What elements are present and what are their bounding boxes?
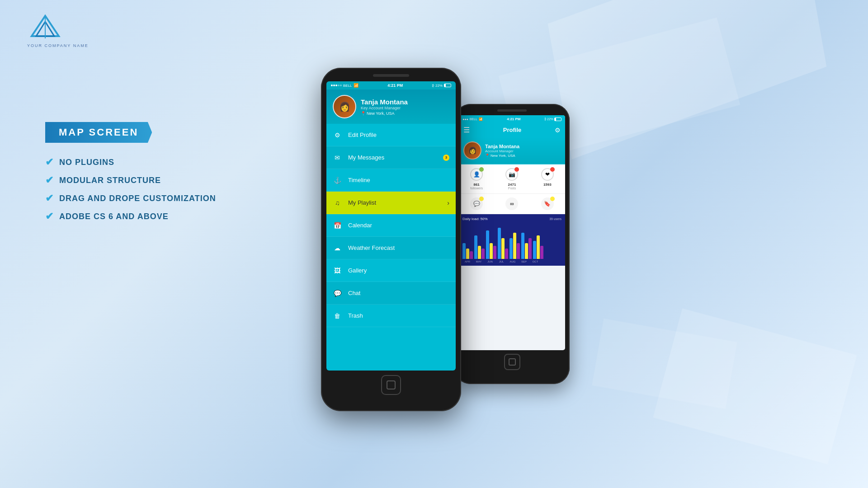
main-screen: BELL 📶 4:21 PM ₿ 22% 👩 Tanja Montana Key…	[326, 81, 456, 371]
menu-item-edit-profile[interactable]: ⚙ Edit Profile	[326, 124, 456, 146]
menu-item-gallery[interactable]: 🖼 Gallery	[326, 259, 456, 282]
secondary-screen: ●●● BELL 📶 4:21 PM ₿ 22% ☰ Profile ⚙ 👩	[459, 115, 565, 350]
bar-blue-0	[462, 243, 466, 259]
check-icon-4: ✔	[45, 211, 54, 222]
sec-statusbar-right: ₿ 22%	[545, 117, 561, 121]
settings-icon[interactable]: ⚙	[555, 127, 561, 134]
carrier-label: BELL	[343, 84, 352, 88]
calendar-icon: 📅	[333, 221, 342, 230]
bar-group-6	[533, 235, 543, 259]
secondary-statusbar: ●●● BELL 📶 4:21 PM ₿ 22%	[459, 115, 565, 123]
actions-row: 💬 ∞ 🔖	[459, 194, 565, 214]
chart-label-3: JUL	[496, 260, 506, 263]
chart-title-row: Daily load: 50%	[462, 217, 488, 221]
sec-battery-icon	[554, 117, 561, 121]
location-pin-icon: 📍	[485, 154, 490, 158]
action-share[interactable]: ∞	[505, 197, 518, 210]
sec-carrier: BELL	[470, 117, 477, 121]
check-icon-2: ✔	[45, 174, 54, 186]
main-home-button[interactable]	[381, 375, 401, 395]
calendar-label: Calendar	[348, 222, 449, 229]
messages-label: My Messages	[348, 154, 441, 161]
gallery-icon: 🖼	[333, 266, 342, 275]
secondary-profile-info: Tanja Montana Account Manager 📍 New York…	[485, 144, 519, 158]
messages-icon: ✉	[333, 153, 342, 162]
followers-icon-wrap: 👤	[470, 168, 483, 181]
bar-purple-5	[528, 238, 532, 259]
followers-badge	[479, 167, 484, 172]
menu-item-weather[interactable]: ☁ Weather Forecast	[326, 237, 456, 259]
trash-icon: 🗑	[333, 311, 342, 320]
bluetooth-icon: ₿	[432, 84, 434, 88]
menu-list: ⚙ Edit Profile ✉ My Messages 3 ⚓ Timelin…	[326, 124, 456, 327]
main-profile-title: Key Account Manager	[361, 106, 408, 110]
likes-value: 1593	[541, 183, 554, 187]
battery-percent: 22%	[435, 84, 443, 88]
feature-item-2: ✔ MODULAR STRUCTURE	[45, 174, 216, 186]
likes-icon-wrap: ❤	[541, 168, 554, 181]
chart-label-4: AUG	[508, 260, 518, 263]
menu-item-messages[interactable]: ✉ My Messages 3	[326, 146, 456, 169]
bar-purple-1	[481, 249, 485, 259]
chart-labels: APRMAYJUNJULAUGSEPOCT	[462, 260, 561, 263]
bookmark-badge	[550, 197, 555, 201]
main-home-button-inner	[387, 380, 396, 389]
main-profile-info: Tanja Montana Key Account Manager 📍 New …	[361, 98, 408, 116]
posts-badge	[514, 167, 519, 172]
action-bookmark[interactable]: 🔖	[541, 197, 554, 210]
bar-group-0	[462, 243, 473, 259]
bar-group-1	[474, 235, 485, 259]
posts-label: Posts	[505, 187, 518, 190]
signal-dot-2	[333, 84, 335, 86]
feature-item-1: ✔ NO PLUGINS	[45, 156, 216, 168]
menu-item-trash[interactable]: 🗑 Trash	[326, 305, 456, 327]
bar-purple-0	[470, 251, 473, 259]
chart-label-5: SEP	[519, 260, 529, 263]
secondary-avatar: 👩	[463, 141, 481, 160]
menu-item-timeline[interactable]: ⚓ Timeline	[326, 169, 456, 192]
stat-followers: 👤 861 followers	[470, 168, 483, 190]
phone-main: BELL 📶 4:21 PM ₿ 22% 👩 Tanja Montana Key…	[321, 68, 461, 411]
avatar-placeholder: 👩	[334, 96, 355, 117]
hamburger-icon[interactable]: ☰	[463, 126, 470, 134]
check-icon-3: ✔	[45, 192, 54, 204]
secondary-profile: 👩 Tanja Montana Account Manager 📍 New Yo…	[459, 137, 565, 164]
menu-item-calendar[interactable]: 📅 Calendar	[326, 214, 456, 237]
feature-item-3: ✔ DRAG AND DROPE CUSTOMIZATION	[45, 192, 216, 204]
stat-posts: 📷 2471 Posts	[505, 168, 518, 190]
main-avatar: 👩	[333, 95, 356, 118]
company-name: YOUR COMPANY NAME	[27, 43, 89, 48]
bar-purple-6	[540, 246, 543, 259]
bar-yellow-3	[501, 238, 505, 259]
signal-dot-4	[338, 84, 340, 86]
stat-likes: ❤ 1593	[541, 168, 554, 190]
sec-time: 4:21 PM	[507, 117, 520, 121]
statusbar-right: ₿ 22%	[432, 84, 451, 88]
playlist-arrow: ›	[447, 199, 449, 206]
bar-yellow-2	[490, 243, 493, 259]
feature-list: ✔ NO PLUGINS ✔ MODULAR STRUCTURE ✔ DRAG …	[45, 156, 216, 222]
secondary-profile-location: 📍 New York, USA	[485, 154, 519, 158]
bar-purple-4	[517, 243, 520, 259]
bar-blue-3	[498, 228, 501, 259]
chat-icon: 💬	[473, 201, 480, 207]
weather-label: Weather Forecast	[348, 244, 449, 251]
stats-row: 👤 861 followers 📷 2471 Posts	[459, 164, 565, 194]
signal-dot-5	[340, 84, 342, 86]
followers-value: 861	[470, 183, 483, 187]
bar-blue-2	[486, 230, 489, 259]
menu-item-chat[interactable]: 💬 Chat	[326, 282, 456, 305]
bar-blue-1	[474, 235, 477, 259]
secondary-home-button[interactable]	[504, 354, 520, 370]
bar-purple-2	[493, 246, 496, 259]
main-profile-name: Tanja Montana	[361, 98, 408, 106]
chart-subtitle: 39 users	[549, 217, 561, 221]
menu-item-playlist[interactable]: ♫ My Playlist ›	[326, 192, 456, 214]
chart-label-2: JUN	[485, 260, 495, 263]
share-icon: ∞	[510, 201, 514, 207]
bar-yellow-1	[478, 246, 481, 259]
phone-secondary: ●●● BELL 📶 4:21 PM ₿ 22% ☰ Profile ⚙ 👩	[454, 104, 570, 384]
action-chat[interactable]: 💬	[470, 197, 483, 210]
bar-yellow-4	[513, 233, 516, 259]
likes-icon: ❤	[545, 171, 550, 178]
